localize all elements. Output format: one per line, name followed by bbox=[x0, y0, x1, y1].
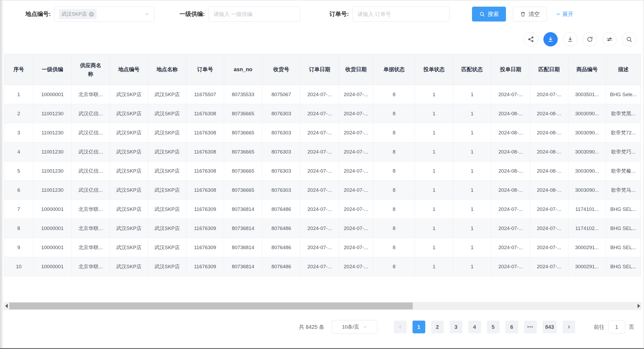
table-cell: 2024-08-... bbox=[491, 181, 530, 200]
share-circle-button[interactable] bbox=[524, 32, 538, 46]
table-cell: 11676309 bbox=[186, 219, 224, 238]
download-circle-button[interactable] bbox=[543, 32, 558, 46]
table-cell: BHG Sele... bbox=[606, 85, 641, 104]
table-row-2[interactable]: 211001230武汉亿信...武汉SKP店武汉SKP店116763088073… bbox=[4, 104, 641, 123]
refresh-circle-button[interactable] bbox=[583, 32, 597, 46]
goto-page-input[interactable] bbox=[608, 320, 625, 334]
table-cell: 1 bbox=[453, 104, 491, 123]
table-cell: 11676309 bbox=[186, 238, 224, 257]
table-cell: 武汉SKP店 bbox=[148, 85, 186, 104]
page-button-group: 123456•••843 bbox=[394, 321, 575, 333]
table-row-3[interactable]: 311001230武汉亿信...武汉SKP店武汉SKP店116763088073… bbox=[4, 123, 641, 142]
page-button-843[interactable]: 843 bbox=[543, 321, 557, 333]
download-secondary-circle-button[interactable] bbox=[563, 32, 577, 46]
table-cell: 4 bbox=[4, 142, 33, 161]
table-row-6[interactable]: 611001230武汉亿信...武汉SKP店武汉SKP店116763088073… bbox=[4, 181, 641, 200]
clear-button[interactable]: 清空 bbox=[513, 7, 547, 22]
chevron-down-icon bbox=[556, 12, 561, 16]
order-no-input[interactable] bbox=[353, 6, 449, 22]
table-cell: 8076303 bbox=[262, 142, 300, 161]
table-row-5[interactable]: 511001230武汉亿信...武汉SKP店武汉SKP店116763088073… bbox=[4, 161, 641, 181]
page-button-4[interactable]: 4 bbox=[468, 321, 481, 333]
search-button[interactable]: 搜索 bbox=[472, 7, 506, 22]
column-header-label: 订单号 bbox=[197, 66, 213, 72]
column-header-11: 单据状态 bbox=[373, 54, 415, 85]
toolbar-icon-row bbox=[524, 32, 636, 46]
page-size-select[interactable]: 10条/页 bbox=[332, 320, 377, 334]
scroll-left-arrow[interactable] bbox=[3, 302, 9, 310]
table-cell: 8076486 bbox=[262, 238, 300, 257]
table-cell: 11676308 bbox=[186, 123, 224, 142]
table-cell: 2024-07-... bbox=[339, 181, 373, 200]
table-cell: 武汉SKP店 bbox=[148, 200, 186, 219]
table-cell: 2024-07-... bbox=[300, 161, 339, 181]
share-icon bbox=[527, 36, 534, 43]
table-cell: 8076303 bbox=[262, 161, 300, 181]
page-button-2[interactable]: 2 bbox=[431, 321, 444, 333]
prev-page-button[interactable] bbox=[394, 321, 407, 333]
next-page-button[interactable] bbox=[563, 321, 575, 333]
page-button-6[interactable]: 6 bbox=[505, 321, 518, 333]
table-row-4[interactable]: 411001230武汉亿信...武汉SKP店武汉SKP店116763088073… bbox=[4, 142, 641, 161]
page-button-3[interactable]: 3 bbox=[450, 321, 462, 333]
table-cell: 8076303 bbox=[262, 181, 300, 200]
table-cell: 武汉SKP店 bbox=[110, 123, 148, 142]
table-cell: BHG SEL... bbox=[606, 257, 641, 276]
table-cell: 歌帝梵黑... bbox=[606, 104, 641, 123]
table-cell: 2024-07-... bbox=[300, 85, 339, 104]
column-header-label: 投单状态 bbox=[423, 66, 445, 72]
table-row-8[interactable]: 810000001北京华联...武汉SKP店武汉SKP店116763098073… bbox=[4, 219, 641, 238]
column-header-13: 匹配状态 bbox=[453, 54, 491, 85]
table-row-7[interactable]: 710000001北京华联...武汉SKP店武汉SKP店116763098073… bbox=[4, 200, 641, 219]
location-code-select[interactable]: 武汉SKP店 × bbox=[54, 6, 154, 22]
table-cell: 2024-08-... bbox=[530, 142, 568, 161]
table-cell: 武汉SKP店 bbox=[148, 219, 186, 238]
column-header-label: 匹配日期 bbox=[539, 66, 560, 72]
table-cell: 8 bbox=[373, 85, 415, 104]
app-window: 地点编号: 武汉SKP店 × 一级供编: 订单号: 搜索 清空 bbox=[0, 0, 644, 349]
search-circle-button[interactable] bbox=[622, 32, 636, 46]
column-header-15: 匹配日期 bbox=[530, 54, 568, 85]
table-cell: 1 bbox=[415, 200, 453, 219]
table-cell: 武汉亿信... bbox=[72, 123, 110, 142]
sliders-circle-button[interactable] bbox=[602, 32, 617, 46]
page-button-5[interactable]: 5 bbox=[487, 321, 500, 333]
table-cell: 武汉SKP店 bbox=[110, 161, 148, 181]
column-header-16: 商品编号 bbox=[568, 54, 606, 85]
supplier-code-input[interactable] bbox=[209, 6, 300, 22]
table-cell: 1 bbox=[415, 181, 453, 200]
table-cell: 武汉SKP店 bbox=[148, 142, 186, 161]
scrollbar-thumb[interactable] bbox=[9, 303, 413, 309]
table-cell: 1 bbox=[453, 85, 491, 104]
expand-link[interactable]: 展开 bbox=[556, 10, 573, 18]
tag-close-icon[interactable]: × bbox=[89, 12, 94, 17]
table-cell: 2024-07-... bbox=[300, 238, 339, 257]
table-cell: BHG SEL... bbox=[606, 219, 641, 238]
scroll-right-arrow[interactable] bbox=[636, 302, 642, 310]
table-row-9[interactable]: 910000001北京华联...武汉SKP店武汉SKP店116763098073… bbox=[4, 238, 641, 257]
page-button-1[interactable]: 1 bbox=[413, 321, 425, 333]
column-header-4: 地点编号 bbox=[110, 54, 148, 85]
table-row-1[interactable]: 110000001北京华联...武汉SKP店武汉SKP店116755078073… bbox=[4, 85, 641, 104]
table-cell: 2024-07-... bbox=[530, 200, 568, 219]
table-cell: 2024-07-... bbox=[300, 257, 339, 276]
table-cell: 8 bbox=[373, 219, 415, 238]
column-header-label: 地点编号 bbox=[118, 66, 140, 72]
table-cell: 10 bbox=[4, 257, 33, 276]
download-icon bbox=[547, 36, 554, 43]
table-cell: 歌帝梵巧... bbox=[606, 142, 641, 161]
column-header-1: 序号 bbox=[4, 54, 33, 85]
table-cell: 2024-07-... bbox=[300, 123, 339, 142]
horizontal-scrollbar[interactable] bbox=[3, 302, 642, 310]
location-code-label: 地点编号: bbox=[25, 10, 51, 18]
table-cell: 2024-08-... bbox=[491, 123, 530, 142]
column-header-label: 供应商名称 bbox=[79, 61, 103, 78]
table-cell: 80736814 bbox=[224, 219, 262, 238]
table-cell: 8075067 bbox=[262, 85, 300, 104]
page-ellipsis-button[interactable]: ••• bbox=[524, 321, 537, 333]
table-row-10[interactable]: 1010000001北京华联...武汉SKP店武汉SKP店11676309807… bbox=[4, 257, 641, 276]
table-cell: 1 bbox=[415, 238, 453, 257]
page-buttons: 123456•••843 bbox=[413, 321, 557, 333]
table-cell: 1 bbox=[415, 85, 453, 104]
table-cell: 1 bbox=[453, 142, 491, 161]
